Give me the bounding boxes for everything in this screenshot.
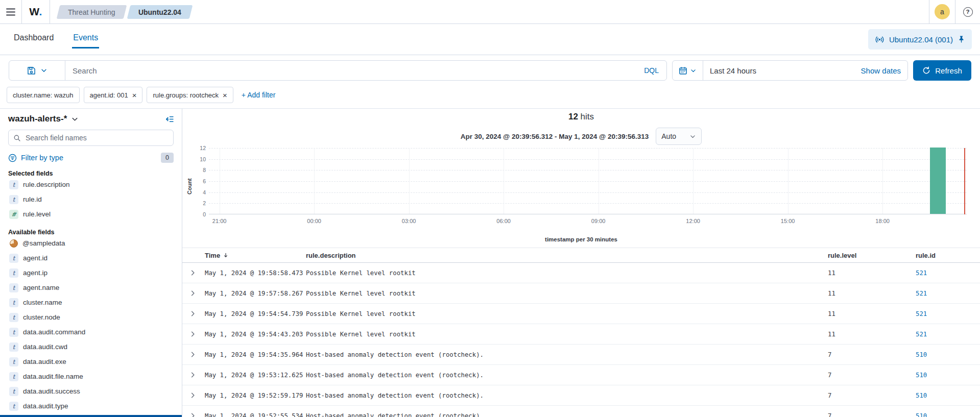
table-row: May 1, 2024 @ 19:52:55.534Host-based ano…: [182, 406, 980, 417]
y-tick-label: 8: [183, 167, 206, 173]
saved-queries-button[interactable]: [9, 61, 65, 80]
cell-rule-id: 510: [914, 412, 980, 417]
field-item[interactable]: tdata.audit.command: [8, 325, 174, 339]
sidebar-scrollbar[interactable]: [0, 415, 182, 417]
field-search-box: [8, 130, 174, 146]
field-type-icon: t: [9, 342, 18, 352]
index-pattern-selector[interactable]: wazuh-alerts-*: [8, 114, 67, 124]
filter-by-type-row: Filter by type 0: [8, 153, 174, 163]
field-item[interactable]: trule.description: [8, 177, 174, 192]
field-item[interactable]: @sampledata: [8, 236, 174, 251]
query-language-button[interactable]: DQL: [636, 66, 666, 75]
rule-id-link[interactable]: 521: [916, 290, 927, 297]
user-menu-button[interactable]: a: [929, 0, 955, 23]
column-header-level[interactable]: rule.level: [826, 252, 914, 259]
rule-id-link[interactable]: 510: [916, 392, 927, 399]
field-type-icon: t: [9, 402, 18, 411]
cell-time: May 1, 2024 @ 19:54:43.203: [203, 331, 304, 338]
rule-id-link[interactable]: 521: [916, 310, 927, 317]
results-panel: 12 hits Apr 30, 2024 @ 20:39:56.312 - Ma…: [182, 109, 980, 417]
wazuh-logo[interactable]: W.: [22, 0, 50, 23]
agent-selector-button[interactable]: Ubuntu22.04 (001): [868, 29, 972, 50]
field-item[interactable]: tcluster.name: [8, 295, 174, 310]
expand-row-button[interactable]: [182, 330, 203, 338]
expand-row-button[interactable]: [182, 310, 203, 317]
expand-row-button[interactable]: [182, 351, 203, 358]
rule-id-link[interactable]: 521: [916, 269, 927, 277]
breadcrumb-threat-hunting[interactable]: Threat Hunting: [57, 5, 127, 19]
fields-sidebar: wazuh-alerts-*: [0, 109, 182, 417]
x-tick-label: 12:00: [686, 218, 700, 224]
tab-events[interactable]: Events: [72, 24, 99, 48]
field-name: agent.id: [23, 254, 47, 262]
refresh-button[interactable]: Refresh: [913, 60, 971, 81]
field-item[interactable]: tcluster.node: [8, 310, 174, 325]
y-tick-label: 10: [183, 156, 206, 162]
add-filter-button[interactable]: + Add filter: [242, 91, 276, 99]
search-input[interactable]: [65, 66, 636, 75]
expand-row-button[interactable]: [182, 371, 203, 379]
expand-row-button[interactable]: [182, 391, 203, 399]
collapse-sidebar-icon[interactable]: [165, 115, 174, 124]
field-item[interactable]: #rule.level: [8, 207, 174, 222]
x-tick-label: 15:00: [781, 218, 795, 224]
hamburger-menu-button[interactable]: [0, 0, 21, 23]
x-tick-label: 18:00: [875, 218, 890, 224]
x-tick-label: 03:00: [402, 218, 416, 224]
remove-filter-icon[interactable]: ×: [223, 91, 227, 99]
field-item[interactable]: tagent.name: [8, 280, 174, 295]
field-name: data.audit.cwd: [23, 343, 67, 351]
field-item[interactable]: trule.id: [8, 192, 174, 207]
help-button[interactable]: ?: [955, 0, 980, 23]
expand-row-button[interactable]: [182, 289, 203, 297]
field-item[interactable]: tdata.audit.exe: [8, 354, 174, 369]
column-header-id[interactable]: rule.id: [914, 252, 980, 259]
filter-pill[interactable]: agent.id: 001×: [84, 87, 143, 103]
date-quick-select-button[interactable]: [673, 61, 703, 80]
expand-row-button[interactable]: [182, 269, 203, 277]
y-gridline: [209, 148, 967, 149]
remove-filter-icon[interactable]: ×: [132, 91, 137, 99]
field-item[interactable]: tdata.audit.type: [8, 399, 174, 413]
x-gridline: [882, 148, 883, 214]
breadcrumb-agent[interactable]: Ubuntu22.04: [127, 5, 193, 19]
index-pattern-row: wazuh-alerts-*: [8, 114, 174, 124]
x-tick-label: 06:00: [496, 218, 511, 224]
field-type-icon: t: [9, 313, 18, 322]
cell-level: 11: [826, 331, 914, 338]
expand-row-button[interactable]: [182, 412, 203, 417]
filter-pill[interactable]: rule.groups: rootcheck×: [147, 87, 233, 103]
field-type-icon: t: [9, 372, 18, 381]
field-search-input[interactable]: [25, 133, 169, 142]
cell-level: 7: [826, 372, 914, 379]
cell-level: 7: [826, 392, 914, 399]
column-header-time[interactable]: Time: [203, 252, 304, 259]
field-name: rule.description: [23, 181, 70, 188]
tab-dashboard[interactable]: Dashboard: [13, 24, 55, 47]
time-range-value[interactable]: Last 24 hours: [703, 66, 854, 75]
search-box: DQL: [9, 60, 667, 81]
interval-select[interactable]: Auto: [656, 128, 702, 145]
field-item[interactable]: tdata.audit.file.name: [8, 369, 174, 384]
field-item[interactable]: tdata.audit.cwd: [8, 339, 174, 354]
agent-selector-label: Ubuntu22.04 (001): [889, 35, 953, 44]
rule-id-link[interactable]: 521: [916, 331, 927, 338]
rule-id-link[interactable]: 510: [916, 412, 927, 417]
field-item[interactable]: tagent.id: [8, 251, 174, 265]
cell-level: 11: [826, 269, 914, 277]
cell-level: 7: [826, 351, 914, 358]
divider: [50, 0, 50, 23]
column-header-description[interactable]: rule.description: [304, 252, 826, 259]
pin-icon[interactable]: [958, 35, 965, 43]
field-item[interactable]: tdata.audit.success: [8, 384, 174, 399]
rule-id-link[interactable]: 510: [916, 372, 927, 379]
rule-id-link[interactable]: 510: [916, 351, 927, 358]
histogram-bar[interactable]: [930, 148, 946, 214]
chevron-down-icon[interactable]: [71, 115, 79, 123]
show-dates-button[interactable]: Show dates: [854, 66, 907, 75]
table-row: May 1, 2024 @ 19:52:59.179Host-based ano…: [182, 385, 980, 406]
filter-by-type-button[interactable]: Filter by type: [21, 154, 63, 162]
field-item[interactable]: tagent.ip: [8, 265, 174, 280]
filter-pill[interactable]: cluster.name: wazuh: [7, 87, 80, 103]
x-tick-label: 09:00: [591, 218, 606, 224]
